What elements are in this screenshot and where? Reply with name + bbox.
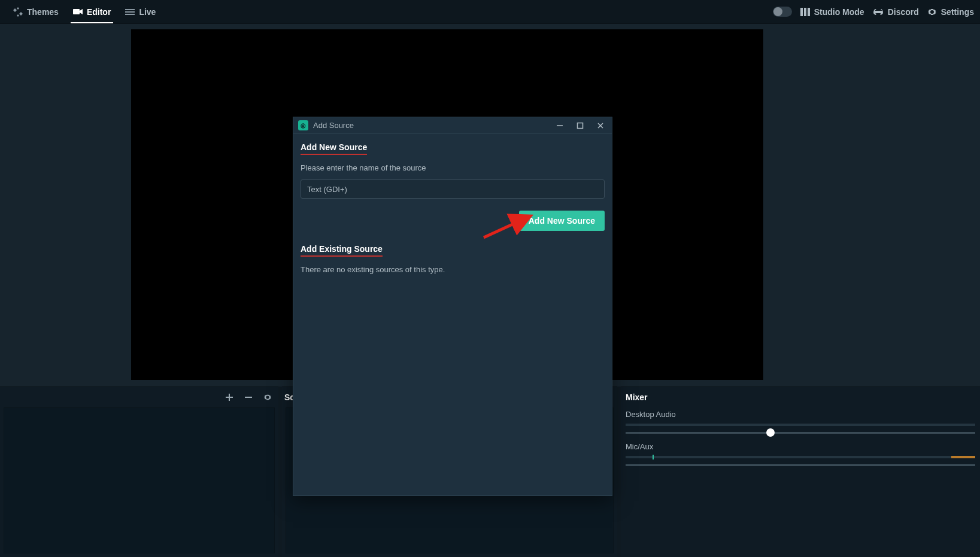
mixer-body: Desktop Audio Mic/Aux <box>621 407 980 557</box>
add-new-source-button[interactable]: Add New Source <box>519 211 605 231</box>
svg-rect-7 <box>578 123 583 128</box>
audio-meter <box>626 424 975 426</box>
modal-window-title: Add Source <box>313 121 354 130</box>
settings-label: Settings <box>941 7 974 17</box>
studio-mode-button[interactable]: Studio Mode <box>800 7 864 17</box>
topbar-right: Studio Mode Discord Settings <box>773 7 974 17</box>
tab-label: Themes <box>27 7 59 17</box>
add-source-modal: ◎ Add Source Add New Source Please enter… <box>293 117 612 496</box>
svg-rect-2 <box>125 11 135 13</box>
mixer-channel-mic: Mic/Aux <box>626 442 975 466</box>
gear-icon[interactable] <box>262 391 274 403</box>
scenes-list[interactable] <box>4 407 275 553</box>
tab-live[interactable]: Live <box>118 0 163 23</box>
tab-label: Live <box>139 7 156 17</box>
mixer-channel-desktop: Desktop Audio <box>626 410 975 434</box>
tab-editor[interactable]: Editor <box>66 0 118 23</box>
app-icon: ◎ <box>298 120 308 130</box>
source-name-hint: Please enter the name of the source <box>301 163 605 172</box>
volume-slider[interactable] <box>626 464 975 466</box>
gear-icon <box>927 7 937 17</box>
svg-rect-3 <box>125 14 135 15</box>
studio-mode-label: Studio Mode <box>814 7 864 17</box>
svg-rect-4 <box>800 8 803 16</box>
svg-rect-0 <box>73 9 80 14</box>
meter-tick <box>653 455 654 459</box>
volume-slider[interactable] <box>626 432 975 434</box>
modal-body: Add New Source Please enter the name of … <box>293 134 612 495</box>
studio-mode-icon <box>800 8 810 16</box>
svg-rect-6 <box>808 8 810 16</box>
source-name-input[interactable] <box>301 179 605 199</box>
maximize-icon[interactable] <box>572 120 588 132</box>
mixer-panel-head: Mixer <box>621 387 980 407</box>
camera-icon <box>73 7 83 17</box>
scenes-panel-head <box>0 387 278 407</box>
meter-warn <box>951 456 975 458</box>
settings-button[interactable]: Settings <box>927 7 974 17</box>
tab-themes[interactable]: Themes <box>6 0 66 23</box>
discord-icon <box>873 8 884 16</box>
scenes-panel <box>0 386 278 557</box>
top-bar: Themes Editor Live Studio Mode <box>0 0 980 24</box>
toggle-knob <box>773 7 782 16</box>
modal-titlebar[interactable]: ◎ Add Source <box>293 117 612 134</box>
tab-label: Editor <box>87 7 111 17</box>
svg-rect-5 <box>804 8 806 16</box>
mixer-channel-label: Desktop Audio <box>626 410 975 419</box>
night-toggle[interactable] <box>773 7 792 17</box>
svg-rect-1 <box>125 9 135 10</box>
mixer-panel-title: Mixer <box>626 392 648 402</box>
section-add-new: Add New Source <box>301 142 367 155</box>
nav-tabs: Themes Editor Live <box>6 0 163 23</box>
discord-button[interactable]: Discord <box>873 7 919 17</box>
existing-empty-text: There are no existing sources of this ty… <box>301 265 605 274</box>
mixer-panel: Mixer Desktop Audio Mic/Aux <box>621 386 980 557</box>
live-icon <box>125 7 135 17</box>
minimize-icon[interactable] <box>552 120 568 132</box>
section-add-existing: Add Existing Source <box>301 244 383 257</box>
minus-icon[interactable] <box>242 391 254 403</box>
plus-icon[interactable] <box>223 391 235 403</box>
mixer-channel-label: Mic/Aux <box>626 442 975 451</box>
discord-label: Discord <box>888 7 919 17</box>
themes-icon <box>13 7 23 17</box>
slider-thumb[interactable] <box>766 428 775 437</box>
close-icon[interactable] <box>593 120 608 132</box>
audio-meter <box>626 456 975 458</box>
